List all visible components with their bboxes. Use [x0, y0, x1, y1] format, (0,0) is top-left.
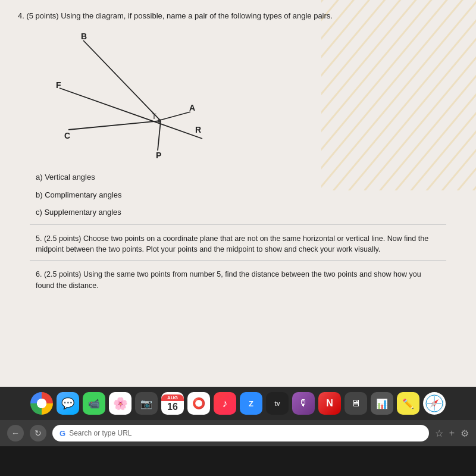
address-bar[interactable]: G Search or type URL	[52, 425, 429, 441]
dock-reminders[interactable]: ⭕	[187, 392, 210, 415]
dock-appletv[interactable]: tv	[266, 392, 289, 415]
dock-notes[interactable]: ✏️	[397, 392, 419, 415]
dock-zoom[interactable]: Z	[240, 392, 262, 415]
answer-a-label: a) Vertical angles	[36, 173, 95, 181]
dock-podcasts[interactable]: 🎙	[292, 392, 315, 415]
svg-line-5	[158, 112, 190, 121]
svg-line-3	[68, 121, 161, 130]
question-4: 4. (5 points) Using the diagram, if poss…	[18, 11, 458, 21]
dock-safari[interactable]	[423, 392, 446, 415]
svg-line-2	[83, 40, 161, 121]
svg-text:P: P	[156, 151, 161, 160]
svg-point-7	[158, 119, 161, 123]
geometry-diagram: B F T A R C P	[30, 29, 232, 165]
question-5-text: 5. (2.5 points) Choose two points on a c…	[36, 234, 428, 254]
calendar-date: 16	[167, 401, 178, 412]
dock-barchart[interactable]: 📊	[371, 392, 393, 415]
answer-c: c) Supplementary angles	[36, 206, 458, 218]
divider-1	[30, 224, 446, 225]
svg-text:B: B	[81, 32, 87, 41]
dock-camera[interactable]: 📷	[135, 392, 158, 415]
question-6: 6. (2.5 points) Using the same two point…	[18, 269, 458, 292]
settings-icon: ⚙	[461, 428, 469, 439]
svg-text:F: F	[56, 80, 61, 90]
dock-messages[interactable]: 💬	[57, 392, 79, 415]
refresh-icon: ↻	[35, 428, 42, 438]
refresh-button[interactable]: ↻	[30, 425, 46, 441]
back-button[interactable]: ←	[7, 425, 24, 441]
question-6-text: 6. (2.5 points) Using the same two point…	[36, 270, 421, 290]
dock-calendar[interactable]: AUG 16	[161, 392, 184, 415]
settings-button[interactable]: ⚙	[461, 428, 469, 439]
dock-chrome[interactable]	[30, 392, 53, 415]
answers-section: a) Vertical angles b) Complimentary angl…	[18, 171, 458, 218]
svg-text:A: A	[189, 103, 195, 112]
document-area: 4. (5 points) Using the diagram, if poss…	[0, 0, 476, 387]
answer-c-label: c) Supplementary angles	[36, 208, 121, 217]
svg-text:T: T	[152, 112, 156, 121]
search-placeholder-text: Search or type URL	[69, 429, 131, 437]
answer-b-label: b) Complimentary angles	[36, 190, 122, 199]
dock-music[interactable]: ♪	[214, 392, 236, 415]
star-icon: ☆	[435, 428, 443, 439]
svg-text:R: R	[195, 125, 201, 134]
svg-line-6	[158, 121, 161, 151]
dock-monitor[interactable]: 🖥	[345, 392, 367, 415]
svg-text:C: C	[64, 131, 70, 140]
question-5: 5. (2.5 points) Choose two points on a c…	[18, 233, 458, 256]
plus-icon: +	[449, 428, 455, 438]
answer-b: b) Complimentary angles	[36, 189, 458, 201]
dock-facetime[interactable]: 📹	[83, 392, 105, 415]
dock-photos[interactable]: 🌸	[109, 392, 131, 415]
back-icon: ←	[11, 428, 20, 438]
svg-line-4	[60, 88, 202, 139]
dock-news[interactable]: N	[318, 392, 341, 415]
question-4-text: 4. (5 points) Using the diagram, if poss…	[18, 11, 333, 20]
bookmark-button[interactable]: ☆	[435, 428, 443, 439]
mac-dock: 💬 📹 🌸 📷 AUG 16 ⭕ ♪ Z tv 🎙 N 🖥 📊 ✏️	[0, 387, 476, 420]
google-logo: G	[60, 429, 65, 438]
browser-bar: ← ↻ G Search or type URL ☆ + ⚙	[0, 420, 476, 446]
add-tab-button[interactable]: +	[449, 428, 455, 439]
answer-a: a) Vertical angles	[36, 171, 458, 183]
divider-2	[30, 260, 446, 261]
